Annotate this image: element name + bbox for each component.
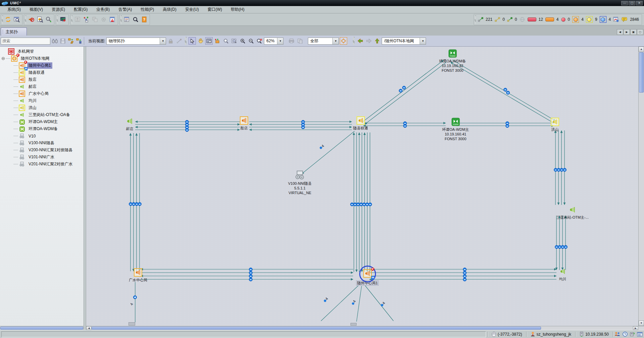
performance-monitor-icon[interactable] [59,15,67,24]
partial-node[interactable] [351,323,357,326]
scroll-up-button[interactable]: ▲ [639,47,644,52]
zoom-in-icon[interactable] [239,37,246,45]
menu-alarm[interactable]: 告警(A) [114,6,136,13]
collapse-handle-icon[interactable] [2,57,5,60]
tree-item-virtual[interactable]: V100-NNI随县 [0,139,84,147]
navigate-up-button[interactable] [373,37,381,45]
select-tool-button[interactable] [189,37,196,45]
menu-help[interactable]: 帮助(H) [227,6,249,13]
partial-node[interactable] [128,322,135,326]
canvas-vertical-scrollbar[interactable]: ▲ ▼ [638,47,644,326]
zoom-level-combo[interactable]: 62% ▼ [264,38,283,45]
link-group-badge[interactable] [368,203,372,206]
link-group-badge[interactable] [399,89,402,93]
node-junchuan[interactable]: 均川 [558,267,567,281]
alarm-acknowledge-icon[interactable] [44,15,53,24]
clone-view-icon[interactable] [91,15,99,24]
topology-view-icon[interactable] [82,15,91,24]
chevron-down-icon[interactable]: ▼ [420,38,426,44]
alarm-indicator-icon[interactable] [613,17,619,22]
menu-config[interactable]: 配置(G) [70,6,92,13]
chevron-down-icon[interactable]: ▼ [160,38,166,44]
tree-item-wdm[interactable]: 环谭OA-WDM主 [0,118,84,125]
major-unack-badge[interactable] [572,16,579,23]
link-group-badge[interactable] [463,278,467,281]
tree-horizontal-scrollbar[interactable] [0,326,84,330]
tree-item-virtual[interactable]: V200-NNI汇聚1对接随县 [0,147,84,154]
menu-view[interactable]: 视图(V) [25,6,47,13]
tab-scroll-left-button[interactable]: ◀ [617,29,623,35]
link-group-badge[interactable] [506,91,510,95]
locate-crosshair-button[interactable] [340,37,347,45]
minimize-button[interactable]: — [621,1,628,5]
collapse-all-icon[interactable] [75,37,83,45]
device-sync-icon[interactable] [630,332,635,337]
menu-system[interactable]: 系统(S) [3,6,25,13]
menu-resource[interactable]: 资源(E) [48,6,69,13]
node-guangshui[interactable]: 广水中心局 [129,268,147,282]
navigate-forward-button[interactable] [365,37,372,45]
scroll-right-button[interactable]: ▶ [633,326,638,330]
refresh-icon[interactable] [4,15,12,24]
panel-splitter[interactable] [84,47,86,330]
help-icon[interactable]: ? [140,15,149,24]
menu-performance[interactable]: 性能(P) [137,6,158,13]
node-sanligang[interactable]: 三里岗站-OTM主-... [556,206,589,220]
tree-item-ne[interactable]: 均川 [0,97,84,104]
tree-item-subnet[interactable]: 随州OTN本地网 [0,55,84,62]
search-binoculars-icon[interactable] [51,37,58,45]
console-log-icon[interactable] [637,332,643,337]
clock-icon[interactable] [623,332,628,337]
scrollbar-thumb[interactable] [639,52,644,93]
link-group-badge[interactable] [403,124,407,128]
tree-item-ne[interactable]: 随县联通 [0,69,84,76]
browse-window-icon[interactable] [12,15,21,24]
scrollbar-thumb[interactable] [92,327,541,330]
current-view-combo[interactable]: 物理拓扑 ▼ [106,38,166,45]
tree-item-ne[interactable]: 殷店 [0,76,84,83]
scrollbar-thumb[interactable] [0,327,83,330]
save-icon[interactable] [59,37,66,45]
tree-item-ne[interactable]: M 随州中心局1 [0,62,84,69]
tree-item-ne[interactable]: 广水中心局 [0,90,84,97]
tree-item-virtual[interactable]: V201-NNI汇聚2对接广水 [0,161,84,168]
find-icon[interactable] [131,15,140,24]
tree-item-ne[interactable]: 三里岗站-OTM主-OA备 [0,111,84,118]
link-group-badge[interactable] [138,202,142,206]
alarm-board-icon[interactable] [108,15,117,24]
node-suizhou-center[interactable]: M 随州中心局1 [357,269,378,285]
node-haodian[interactable]: 郝店 [125,117,134,131]
tree-item-ne[interactable]: 洪山 [0,104,84,111]
maximize-button[interactable]: ▢ [629,1,635,5]
canvas-horizontal-scrollbar[interactable]: ◀ ▶ [86,326,644,330]
chevron-down-icon[interactable]: ▼ [277,38,283,44]
tree-item-wdm[interactable]: 环潭OA-WDM备 [0,125,84,132]
node-huantan-main[interactable]: F3000 环谭OA-WDM主10.19.160.41FONST 3000 [442,118,469,141]
node-suixian-liantong[interactable]: 随县联通 [353,116,368,130]
zoom-out-icon[interactable] [247,37,255,45]
online-users-icon[interactable] [614,332,621,337]
expand-all-icon[interactable] [67,37,74,45]
link-group-badge[interactable] [133,295,137,299]
tab-maximize-button[interactable]: ▢ [637,29,643,35]
pan-hand-tool-button[interactable] [197,37,204,45]
tab-main-topology[interactable]: 主拓扑 [1,27,27,36]
zoom-area-icon[interactable] [230,37,238,45]
node-hongshan[interactable]: 洪山 [551,118,559,132]
critical-alarm-badge[interactable] [528,17,536,21]
link-group-badge[interactable] [402,86,406,90]
link-group-badge[interactable] [505,124,509,128]
tab-restore-button[interactable]: ▣ [630,29,637,35]
tab-scroll-right-button[interactable]: ▶ [624,29,630,35]
warning-unack-badge[interactable] [600,16,606,23]
link-group-badge[interactable] [563,168,567,172]
settings-gear-icon[interactable] [99,15,108,24]
major-alarm-badge[interactable] [545,17,554,21]
node-yindian[interactable]: 殷店 [240,116,248,130]
create-link-icon[interactable] [175,37,183,45]
report-icon[interactable] [122,15,131,24]
menu-security[interactable]: 安全(U) [181,6,203,13]
tree-item-virtual[interactable]: V101-NNI广水 [0,154,84,161]
alarm-mute-icon[interactable] [27,15,36,24]
scroll-left-button[interactable]: ◀ [86,326,92,330]
